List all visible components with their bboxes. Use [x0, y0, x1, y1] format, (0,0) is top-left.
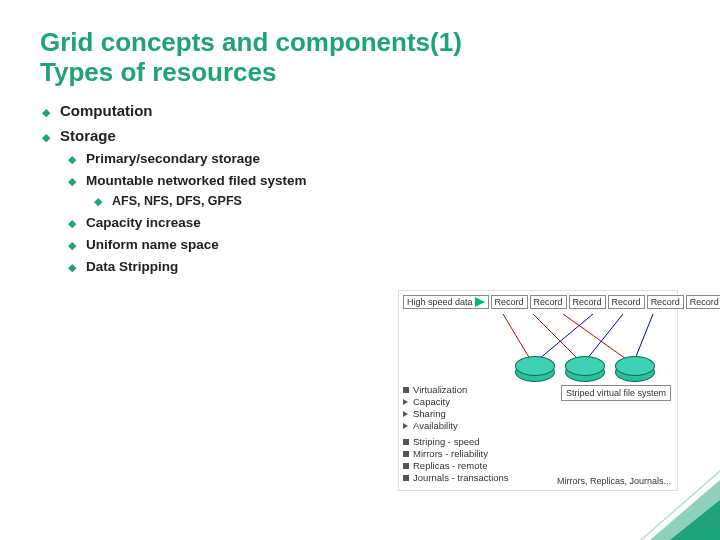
- bullet-data-stripping: Data Stripping: [86, 259, 178, 274]
- record-cell: Record: [647, 295, 684, 309]
- triangle-bullet-icon: [403, 423, 408, 429]
- diagram-caption: Mirrors, Replicas, Journals...: [557, 476, 671, 486]
- triangle-bullet-icon: [403, 399, 408, 405]
- record-cell: Record: [686, 295, 720, 309]
- feat-availability: Availability: [413, 420, 458, 431]
- bullet-icon: ◆: [66, 153, 78, 166]
- disk-area: [403, 312, 673, 382]
- record-cell: Record: [608, 295, 645, 309]
- bullet-icon: ◆: [66, 175, 78, 188]
- bullet-icon: ◆: [40, 131, 52, 144]
- triangle-bullet-icon: [403, 411, 408, 417]
- bullet-icon: ◆: [66, 217, 78, 230]
- bullet-list: ◆ Computation ◆ Storage ◆ Primary/second…: [40, 102, 680, 274]
- storage-diagram: High speed data Record Record Record Rec…: [398, 290, 678, 491]
- disk-icon: [565, 356, 605, 376]
- bullet-mountable: Mountable networked filed system: [86, 173, 307, 188]
- record-cell: Record: [530, 295, 567, 309]
- svg-marker-1: [670, 500, 720, 540]
- bullet-icon: ◆: [92, 195, 104, 208]
- disk-icon: [615, 356, 655, 376]
- record-row: High speed data Record Record Record Rec…: [403, 295, 673, 309]
- feat-journals: Journals - transactions: [413, 472, 509, 483]
- high-speed-data-box: High speed data: [403, 295, 489, 309]
- feat-mirrors: Mirrors - reliability: [413, 448, 488, 459]
- feat-striping: Striping - speed: [413, 436, 480, 447]
- bullet-capacity: Capacity increase: [86, 215, 201, 230]
- feat-virtualization: Virtualization: [413, 384, 467, 395]
- disk-icon: [515, 356, 555, 376]
- square-bullet-icon: [403, 439, 409, 445]
- feat-capacity: Capacity: [413, 396, 450, 407]
- record-cell: Record: [569, 295, 606, 309]
- bullet-uniform-namespace: Uniform name space: [86, 237, 219, 252]
- slide-title: Grid concepts and components(1) Types of…: [40, 28, 680, 88]
- bullet-primary-secondary: Primary/secondary storage: [86, 151, 260, 166]
- square-bullet-icon: [403, 475, 409, 481]
- square-bullet-icon: [403, 463, 409, 469]
- bullet-fs-list: AFS, NFS, DFS, GPFS: [112, 194, 242, 208]
- bullet-icon: ◆: [66, 239, 78, 252]
- bullet-storage: Storage: [60, 127, 116, 144]
- square-bullet-icon: [403, 387, 409, 393]
- bullet-icon: ◆: [40, 106, 52, 119]
- title-line-2: Types of resources: [40, 57, 277, 87]
- title-line-1: Grid concepts and components(1): [40, 27, 462, 57]
- bullet-computation: Computation: [60, 102, 152, 119]
- feat-replicas: Replicas - remote: [413, 460, 487, 471]
- bullet-icon: ◆: [66, 261, 78, 274]
- square-bullet-icon: [403, 451, 409, 457]
- arrow-right-icon: [475, 297, 485, 307]
- striped-vfs-box: Striped virtual file system: [561, 385, 671, 401]
- record-cell: Record: [491, 295, 528, 309]
- hsd-label: High speed data: [407, 297, 473, 307]
- feat-sharing: Sharing: [413, 408, 446, 419]
